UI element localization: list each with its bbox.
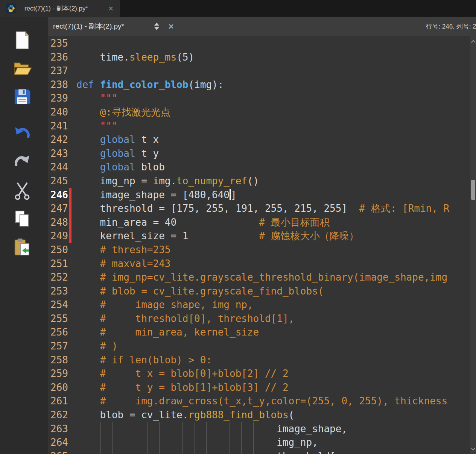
editor-tab-close-icon[interactable]: × bbox=[168, 21, 174, 31]
code-area[interactable]: 235236 time.sleep_ms(5)237238def find_co… bbox=[48, 36, 470, 454]
copy-button[interactable] bbox=[11, 208, 33, 229]
redo-button[interactable] bbox=[11, 150, 33, 171]
code-line[interactable]: 250 # thresh=235 bbox=[48, 243, 470, 257]
code-line[interactable]: 263 image_shape, bbox=[48, 422, 470, 436]
new-file-icon bbox=[12, 30, 32, 50]
code-text: global t_y bbox=[71, 147, 470, 161]
code-text: threshold[ bbox=[71, 449, 470, 454]
code-line[interactable]: 264 img_np, bbox=[48, 436, 470, 449]
code-text: img_np = img.to_numpy_ref() bbox=[71, 174, 470, 188]
code-text bbox=[71, 64, 470, 78]
line-number: 264 bbox=[48, 436, 69, 449]
line-number: 262 bbox=[48, 408, 69, 422]
line-number: 240 bbox=[48, 105, 69, 119]
save-file-button[interactable] bbox=[11, 86, 33, 107]
code-text: kernel_size = 1 # 腐蚀核大小（降噪） bbox=[71, 229, 470, 243]
code-line[interactable]: 241 """ bbox=[48, 119, 470, 133]
editor-tabbar: rect(7)(1) - 副本(2).py* × 行号: 246, 列号: 27 bbox=[48, 17, 476, 36]
code-line[interactable]: 259 # t_x = blob[0]+blob[2] // 2 bbox=[48, 367, 470, 381]
code-line[interactable]: 262 blob = cv_lite.rgb888_find_blobs( bbox=[48, 408, 470, 422]
ide-window: rect(7)(1) - 副本(2).py* × bbox=[0, 0, 476, 454]
toolbar bbox=[0, 17, 48, 454]
code-text: # img.draw_cross(t_x,t_y,color=(255, 0, … bbox=[71, 394, 470, 408]
cut-button[interactable] bbox=[11, 180, 33, 201]
line-number: 255 bbox=[48, 312, 69, 326]
open-file-button[interactable] bbox=[11, 58, 33, 79]
open-folder-icon bbox=[12, 59, 32, 78]
line-number: 261 bbox=[48, 394, 69, 408]
code-editor[interactable]: 235236 time.sleep_ms(5)237238def find_co… bbox=[48, 36, 476, 454]
line-number: 253 bbox=[48, 284, 69, 298]
line-number: 254 bbox=[48, 298, 69, 312]
editor-tab-filename[interactable]: rect(7)(1) - 副本(2).py* bbox=[53, 21, 124, 31]
window-tab[interactable]: rect(7)(1) - 副本(2).py* × bbox=[0, 0, 120, 17]
code-text: # img_np=cv_lite.grayscale_threshold_bin… bbox=[71, 270, 470, 284]
window-titlebar[interactable]: rect(7)(1) - 副本(2).py* × bbox=[0, 0, 476, 17]
line-number: 238 bbox=[48, 78, 69, 92]
code-line[interactable]: 260 # t_y = blob[1]+blob[3] // 2 bbox=[48, 381, 470, 395]
scroll-down-icon[interactable] bbox=[471, 443, 476, 454]
copy-icon bbox=[12, 209, 32, 229]
line-number: 247 bbox=[48, 202, 69, 216]
code-line[interactable]: 238def find_color_blob(img): bbox=[48, 78, 470, 92]
code-text: global blob bbox=[71, 160, 470, 174]
undo-button[interactable] bbox=[11, 122, 33, 143]
redo-icon bbox=[12, 151, 32, 170]
new-file-button[interactable] bbox=[11, 30, 33, 51]
scroll-up-icon[interactable] bbox=[471, 36, 476, 46]
code-line[interactable]: 249 kernel_size = 1 # 腐蚀核大小（降噪） bbox=[48, 229, 470, 243]
code-line[interactable]: 261 # img.draw_cross(t_x,t_y,color=(255,… bbox=[48, 394, 470, 408]
code-line[interactable]: 248 min_area = 40 # 最小目标面积 bbox=[48, 216, 470, 229]
code-line[interactable]: 258 # if len(blob) > 0: bbox=[48, 353, 470, 367]
code-line[interactable]: 236 time.sleep_ms(5) bbox=[48, 50, 470, 64]
vertical-scrollbar[interactable] bbox=[470, 36, 476, 454]
line-number: 248 bbox=[48, 216, 69, 229]
scrollbar-thumb[interactable] bbox=[471, 180, 475, 200]
code-line[interactable]: 239 """ bbox=[48, 91, 470, 105]
code-line[interactable]: 254 # image_shape, img_np, bbox=[48, 298, 470, 312]
code-line[interactable]: 235 bbox=[48, 36, 470, 50]
code-line[interactable]: 257 # ) bbox=[48, 339, 470, 353]
code-line[interactable]: 252 # img_np=cv_lite.grayscale_threshold… bbox=[48, 270, 470, 284]
code-line[interactable]: 256 # min_area, kernel_size bbox=[48, 325, 470, 339]
code-text: """ bbox=[71, 119, 470, 133]
code-text: time.sleep_ms(5) bbox=[71, 50, 470, 64]
code-text: # image_shape, img_np, bbox=[71, 298, 470, 312]
code-text: # thresh=235 bbox=[71, 243, 470, 257]
code-line[interactable]: 244 global blob bbox=[48, 160, 470, 174]
code-text: # t_y = blob[1]+blob[3] // 2 bbox=[71, 381, 470, 395]
line-number: 239 bbox=[48, 91, 69, 105]
tab-switcher-icon[interactable] bbox=[154, 22, 160, 31]
code-line[interactable]: 247 threshold = [175, 255, 191, 255, 215… bbox=[48, 202, 470, 216]
line-number: 235 bbox=[48, 36, 69, 50]
code-line[interactable]: 243 global t_y bbox=[48, 147, 470, 161]
code-text: img_np, bbox=[71, 436, 470, 449]
window-tab-close-icon[interactable]: × bbox=[107, 5, 115, 13]
code-line[interactable]: 253 # blob = cv_lite.grayscale_find_blob… bbox=[48, 284, 470, 298]
line-number: 246 bbox=[48, 188, 69, 202]
code-line[interactable]: 240 @:寻找激光光点 bbox=[48, 105, 470, 119]
line-number: 251 bbox=[48, 257, 69, 271]
undo-icon bbox=[12, 123, 32, 142]
code-line[interactable]: 245 img_np = img.to_numpy_ref() bbox=[48, 174, 470, 188]
code-line[interactable]: 265 threshold[ bbox=[48, 449, 470, 454]
line-number: 241 bbox=[48, 119, 69, 133]
code-text: # blob = cv_lite.grayscale_find_blobs( bbox=[71, 284, 470, 298]
scrollbar-track[interactable] bbox=[470, 46, 476, 443]
code-line[interactable]: 242 global t_x bbox=[48, 133, 470, 147]
scissors-icon bbox=[12, 181, 32, 200]
code-line[interactable]: 246 image_shape = [480,640] bbox=[48, 188, 470, 202]
line-number: 242 bbox=[48, 133, 69, 147]
paste-icon bbox=[12, 237, 32, 257]
code-line[interactable]: 255 # threshold[0], threshold[1], bbox=[48, 312, 470, 326]
code-text: # threshold[0], threshold[1], bbox=[71, 312, 470, 326]
line-number: 259 bbox=[48, 367, 69, 381]
line-number: 260 bbox=[48, 381, 69, 395]
code-line[interactable]: 251 # maxval=243 bbox=[48, 257, 470, 271]
code-text: # if len(blob) > 0: bbox=[71, 353, 470, 367]
code-text: # min_area, kernel_size bbox=[71, 325, 470, 339]
python-logo-icon bbox=[6, 3, 16, 14]
code-text: # maxval=243 bbox=[71, 257, 470, 271]
code-line[interactable]: 237 bbox=[48, 64, 470, 78]
paste-button[interactable] bbox=[11, 237, 33, 258]
